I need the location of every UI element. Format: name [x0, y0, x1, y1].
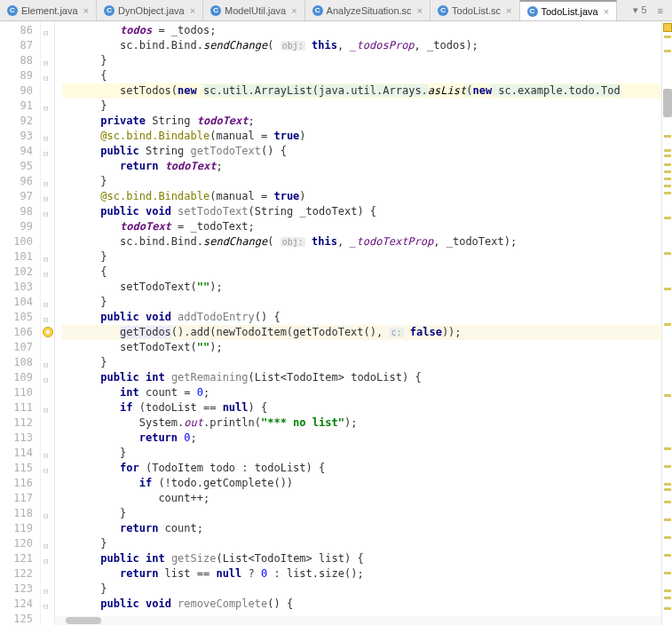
code-line[interactable]: return list == null ? 0 : list.size(); [62, 566, 661, 581]
stripe-mark[interactable] [664, 185, 671, 187]
code-line[interactable]: count++; [62, 491, 661, 506]
code-line[interactable]: } [62, 581, 661, 597]
fold-toggle-icon[interactable]: ⊟ [43, 267, 48, 282]
code-line[interactable]: public int getRemaining(List<TodoItem> t… [62, 370, 661, 385]
tab-close-icon[interactable]: × [417, 5, 423, 16]
code-line[interactable]: if (todoList == null) { [62, 400, 661, 415]
horizontal-scrollbar-thumb[interactable] [66, 617, 101, 624]
stripe-mark[interactable] [664, 589, 671, 592]
stripe-mark[interactable] [664, 483, 671, 486]
fold-toggle-icon[interactable]: ⊟ [43, 584, 48, 599]
fold-toggle-icon[interactable]: ⊟ [43, 101, 48, 116]
fold-toggle-icon[interactable]: ⊟ [43, 403, 48, 418]
code-line[interactable]: return 0; [62, 431, 661, 446]
fold-toggle-icon[interactable]: ⊟ [43, 177, 48, 192]
fold-toggle-icon[interactable]: ⊟ [43, 599, 48, 614]
code-line[interactable]: setTodos(new sc.util.ArrayList(java.util… [62, 83, 661, 99]
code-line[interactable]: setTodoText(""); [62, 340, 661, 355]
stripe-mark[interactable] [664, 252, 671, 255]
stripe-mark[interactable] [664, 536, 671, 539]
code-line[interactable]: } [62, 295, 661, 310]
stripe-mark[interactable] [664, 447, 671, 450]
fold-toggle-icon[interactable]: ⊟ [43, 26, 48, 41]
code-line[interactable]: { [62, 265, 661, 280]
stripe-mark[interactable] [664, 192, 671, 194]
stripe-mark[interactable] [664, 518, 671, 521]
fold-toggle-icon[interactable]: ⊟ [43, 554, 48, 569]
stripe-mark[interactable] [664, 170, 671, 173]
stripe-mark[interactable] [664, 323, 671, 326]
code-line[interactable]: public void removeComplete() { [62, 597, 661, 612]
stripe-mark[interactable] [664, 465, 671, 468]
fold-toggle-icon[interactable]: ⊟ [43, 297, 48, 312]
stripe-mark[interactable] [664, 554, 671, 557]
code-line[interactable]: setTodoText(""); [62, 280, 661, 295]
code-line[interactable]: } [62, 536, 661, 551]
analysis-status-icon[interactable] [663, 23, 672, 32]
code-line[interactable]: return count; [62, 521, 661, 536]
vertical-scrollbar-thumb[interactable] [663, 89, 672, 117]
code-line[interactable]: todoText = _todoText; [62, 219, 661, 234]
fold-toggle-icon[interactable]: ⊟ [43, 56, 48, 71]
stripe-mark[interactable] [664, 607, 671, 610]
stripe-mark[interactable] [664, 154, 671, 157]
code-line[interactable]: for (TodoItem todo : todoList) { [62, 461, 661, 476]
code-line[interactable]: } [62, 174, 661, 189]
tab-close-icon[interactable]: × [506, 5, 511, 16]
tab-element-java[interactable]: CElement.java× [0, 0, 97, 20]
code-line[interactable]: System.out.println("*** no list"); [62, 415, 661, 431]
stripe-mark[interactable] [664, 597, 671, 599]
horizontal-scrollbar[interactable] [55, 616, 661, 625]
fold-toggle-icon[interactable]: ⊟ [43, 207, 48, 222]
fold-toggle-icon[interactable]: ⊟ [43, 192, 48, 207]
code-line[interactable]: @sc.bind.Bindable(manual = true) [62, 129, 661, 144]
stripe-mark[interactable] [664, 488, 671, 491]
fold-toggle-icon[interactable]: ⊟ [43, 373, 48, 388]
code-line[interactable]: } [62, 249, 661, 265]
code-line[interactable]: int count = 0; [62, 385, 661, 400]
fold-toggle-icon[interactable]: ⊟ [43, 131, 48, 146]
stripe-mark[interactable] [664, 288, 671, 290]
code-area[interactable]: todos = _todos; sc.bind.Bind.sendChange(… [55, 21, 661, 625]
stripe-mark[interactable] [664, 178, 671, 180]
fold-toggle-icon[interactable]: ⊟ [43, 312, 48, 328]
code-line[interactable]: public void addTodoEntry() { [62, 310, 661, 325]
fold-toggle-icon[interactable]: ⊟ [43, 358, 48, 373]
stripe-mark[interactable] [664, 163, 671, 166]
stripe-mark[interactable] [664, 572, 671, 574]
fold-toggle-icon[interactable]: ⊟ [43, 71, 48, 86]
stripe-mark[interactable] [664, 149, 671, 152]
fold-toggle-icon[interactable]: ⊟ [43, 448, 48, 463]
stripe-mark[interactable] [664, 135, 671, 138]
tab-dynobject-java[interactable]: CDynObject.java× [97, 0, 203, 20]
code-line[interactable]: } [62, 446, 661, 461]
fold-toggle-icon[interactable]: ⊟ [43, 146, 48, 162]
intention-bulb-icon[interactable] [43, 327, 53, 337]
stripe-mark[interactable] [664, 501, 671, 503]
code-line[interactable]: if (!todo.getComplete()) [62, 476, 661, 491]
error-stripe[interactable] [661, 21, 672, 625]
code-line[interactable]: { [62, 68, 661, 83]
fold-toggle-icon[interactable]: ⊟ [43, 463, 48, 479]
code-line[interactable]: public void setTodoText(String _todoText… [62, 204, 661, 219]
tab-close-icon[interactable]: × [190, 5, 195, 16]
code-line[interactable]: public String getTodoText() { [62, 144, 661, 159]
code-line[interactable]: public int getSize(List<TodoItem> list) … [62, 551, 661, 566]
fold-toggle-icon[interactable]: ⊟ [43, 509, 48, 524]
tab-analyzesituation-sc[interactable]: CAnalyzeSituation.sc× [305, 0, 431, 20]
code-line[interactable]: getTodos().add(newTodoItem(getTodoText()… [62, 325, 661, 340]
stripe-mark[interactable] [664, 394, 671, 397]
tabs-overflow-button[interactable]: ▾ 5 [629, 4, 650, 16]
code-line[interactable]: } [62, 99, 661, 114]
tab-close-icon[interactable]: × [604, 6, 609, 17]
tab-close-icon[interactable]: × [83, 5, 89, 16]
code-line[interactable]: } [62, 53, 661, 68]
fold-toggle-icon[interactable]: ⊟ [43, 539, 48, 554]
tab-close-icon[interactable]: × [291, 5, 296, 16]
tab-todolist-java[interactable]: CTodoList.java× [520, 0, 618, 20]
fold-toggle-icon[interactable]: ⊟ [43, 252, 48, 267]
stripe-mark[interactable] [664, 217, 671, 219]
code-line[interactable]: sc.bind.Bind.sendChange( obj: this, _tod… [62, 234, 661, 249]
code-line[interactable]: return todoText; [62, 159, 661, 174]
code-line[interactable]: @sc.bind.Bindable(manual = true) [62, 189, 661, 204]
